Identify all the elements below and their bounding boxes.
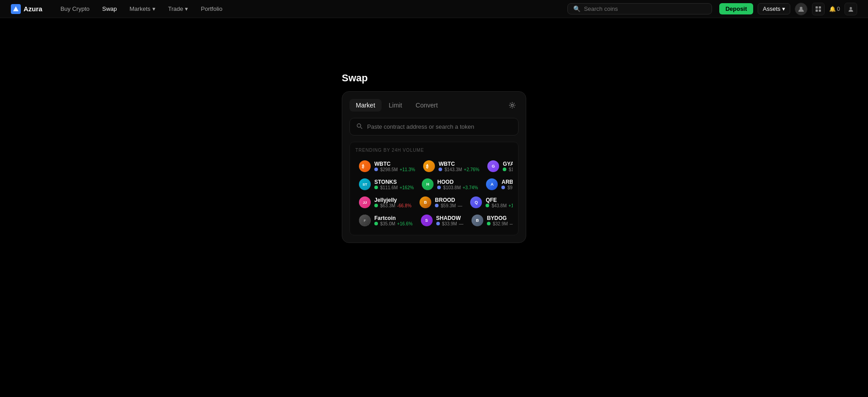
avatar-button[interactable]	[795, 3, 807, 15]
token-qfe[interactable]: Q QFE $43.8M +1,894%	[467, 193, 513, 211]
notification-count: 0	[837, 6, 840, 12]
nav-links: Buy Crypto Swap Markets ▾ Trade ▾ Portfo…	[55, 4, 567, 14]
token-avatar-qfe: Q	[470, 196, 482, 208]
main-content: Swap Market Limit Convert	[0, 0, 868, 243]
trending-list: ₿ WBTC $298.5M +11.3%	[355, 157, 513, 229]
chain-dot	[374, 186, 378, 189]
nav-right: Deposit Assets ▾ 🔔 0	[719, 3, 857, 15]
chain-dot	[486, 204, 489, 207]
search-input[interactable]	[584, 5, 706, 12]
chain-dot	[501, 186, 505, 189]
notification-area[interactable]: 🔔 0	[829, 6, 840, 12]
token-avatar-hood: H	[422, 178, 434, 190]
token-avatar-stonks: ST	[359, 178, 371, 190]
svg-text:₿: ₿	[426, 164, 429, 169]
chain-dot	[439, 168, 442, 171]
global-search[interactable]: 🔍	[567, 3, 712, 14]
logo-text: Azura	[24, 5, 42, 13]
swap-panel: Swap Market Limit Convert	[342, 72, 526, 243]
svg-point-8	[357, 124, 361, 127]
swap-card: Market Limit Convert	[342, 91, 526, 243]
token-fartcoin[interactable]: F Fartcoin $35.0M +16.6%	[355, 211, 416, 229]
token-avatar-wbtc1: ₿	[359, 160, 371, 172]
svg-point-7	[511, 104, 514, 107]
token-search-box[interactable]	[349, 118, 519, 135]
trending-row-1: ₿ WBTC $298.5M +11.3%	[355, 157, 513, 175]
chain-dot	[436, 222, 440, 225]
token-stonks[interactable]: ST STONKS $111.6M +162%	[355, 175, 417, 193]
token-avatar-jelly: JJ	[359, 196, 371, 208]
nav-markets[interactable]: Markets ▾	[124, 4, 161, 14]
chain-dot	[374, 204, 378, 207]
token-hood[interactable]: H HOOD $103.8M +3.74%	[418, 175, 481, 193]
social-icon-button[interactable]	[812, 3, 825, 15]
page-title: Swap	[342, 72, 526, 84]
token-wbtc-1[interactable]: ₿ WBTC $298.5M +11.3%	[355, 157, 419, 175]
nav-swap[interactable]: Swap	[97, 4, 123, 14]
svg-rect-3	[819, 6, 821, 9]
chain-dot	[435, 204, 439, 207]
tab-limit[interactable]: Limit	[382, 99, 409, 112]
navbar: Azura Buy Crypto Swap Markets ▾ Trade ▾ …	[0, 0, 868, 18]
token-wbtc-2[interactable]: ₿ WBTC $143.3M +2.76%	[420, 157, 483, 175]
token-avatar-shadow: S	[421, 215, 433, 226]
token-avatar-fart: F	[359, 215, 371, 226]
trending-section: TRENDING BY 24H VOLUME ₿ WBTC	[349, 142, 519, 235]
assets-button[interactable]: Assets ▾	[758, 3, 790, 14]
logo[interactable]: Azura	[11, 4, 42, 14]
svg-rect-5	[819, 9, 821, 12]
token-gyat[interactable]: G GYAT $125.5M —	[484, 157, 513, 175]
token-search-icon	[356, 123, 363, 131]
chain-dot	[374, 168, 378, 171]
svg-point-6	[850, 7, 852, 9]
token-avatar-arb: A	[486, 178, 498, 190]
trending-row-4: F Fartcoin $35.0M +16.6%	[355, 211, 513, 229]
settings-button[interactable]	[506, 99, 519, 112]
svg-rect-4	[816, 9, 818, 12]
token-name: WBTC	[374, 161, 415, 167]
token-avatar-brood: B	[420, 196, 431, 208]
trending-label: TRENDING BY 24H VOLUME	[355, 148, 513, 153]
svg-marker-0	[13, 6, 19, 11]
deposit-button[interactable]: Deposit	[719, 3, 754, 14]
search-icon: 🔍	[573, 5, 580, 12]
chain-dot	[503, 168, 506, 171]
logo-icon	[11, 4, 21, 14]
trending-row-2: ST STONKS $111.6M +162% H	[355, 175, 513, 193]
token-search-input[interactable]	[367, 123, 512, 130]
chain-dot	[487, 222, 491, 225]
chain-dot	[437, 186, 441, 189]
token-brood[interactable]: B BROOD $59.3M —	[416, 193, 466, 211]
svg-line-9	[361, 127, 363, 129]
tab-market[interactable]: Market	[349, 99, 382, 112]
trending-row-3: JJ Jellyjelly $63.3M -66.8%	[355, 193, 513, 211]
svg-rect-2	[816, 6, 818, 9]
nav-portfolio[interactable]: Portfolio	[195, 4, 228, 14]
token-avatar-bydog: B	[472, 215, 483, 226]
nav-buy-crypto[interactable]: Buy Crypto	[55, 4, 95, 14]
svg-text:₿: ₿	[362, 164, 364, 169]
swap-tabs: Market Limit Convert	[349, 99, 519, 112]
token-jellyjelly[interactable]: JJ Jellyjelly $63.3M -66.8%	[355, 193, 415, 211]
token-bydog[interactable]: B BYDOG $32.9M —	[468, 211, 513, 229]
token-avatar-gyat: G	[487, 160, 499, 172]
tab-convert[interactable]: Convert	[409, 99, 444, 112]
token-shadow[interactable]: S SHADOW $33.9M —	[417, 211, 467, 229]
token-avatar-wbtc2: ₿	[423, 160, 435, 172]
bell-icon: 🔔	[829, 6, 836, 12]
token-arb[interactable]: A ARB $91.5M +48.8%	[482, 175, 513, 193]
nav-trade[interactable]: Trade ▾	[163, 4, 193, 14]
user-button[interactable]	[844, 3, 857, 15]
chain-dot	[374, 222, 378, 225]
